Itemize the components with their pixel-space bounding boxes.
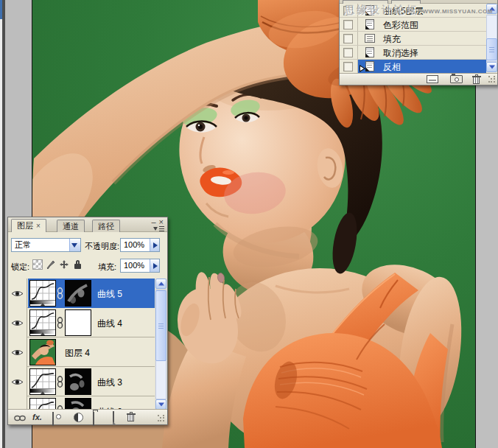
layer-row-curves5[interactable]: 曲线 5 bbox=[8, 279, 155, 308]
history-scroll-up-button[interactable] bbox=[486, 4, 497, 14]
eye-icon bbox=[11, 349, 24, 357]
layers-scroll-up-button[interactable] bbox=[155, 279, 166, 289]
panel-menu-icon[interactable] bbox=[153, 225, 165, 232]
layer-mask-thumbnail[interactable] bbox=[65, 368, 91, 395]
current-state-triangle-icon bbox=[360, 65, 369, 72]
link-mask-icon[interactable] bbox=[57, 287, 63, 299]
history-state-row[interactable]: 色彩范围 bbox=[340, 18, 486, 32]
opacity-slider-button[interactable] bbox=[150, 239, 159, 251]
tab-close-icon[interactable]: × bbox=[36, 222, 41, 230]
layer-row-layer4[interactable]: 图层 4 bbox=[8, 337, 155, 367]
history-state-row[interactable]: 曲线5图层 bbox=[340, 4, 486, 18]
opacity-value: 100% bbox=[121, 239, 150, 251]
chevron-up-icon bbox=[489, 4, 495, 11]
layer-name: 曲线 3 bbox=[97, 377, 122, 389]
chevron-down-icon bbox=[71, 243, 77, 251]
new-document-from-state-button[interactable] bbox=[427, 75, 438, 83]
visibility-toggle[interactable] bbox=[8, 308, 27, 337]
eye-icon bbox=[11, 319, 24, 327]
visibility-toggle[interactable] bbox=[8, 279, 27, 308]
layer-mask-thumbnail[interactable] bbox=[65, 309, 91, 336]
layers-list: 曲线 5 bbox=[8, 279, 167, 410]
curves-adjustment-thumbnail[interactable] bbox=[29, 368, 56, 395]
blend-mode-select[interactable]: 正常 bbox=[11, 238, 81, 252]
blend-mode-value: 正常 bbox=[12, 239, 69, 251]
visibility-toggle[interactable] bbox=[8, 367, 27, 396]
panel-resize-grip[interactable] bbox=[488, 76, 496, 83]
curves-adjustment-thumbnail[interactable] bbox=[29, 280, 56, 307]
history-panel: 曲线5图层 色彩范围 填充 取消选择 反相 bbox=[339, 0, 498, 85]
history-state-label: 填充 bbox=[383, 33, 401, 46]
history-state-label: 取消选择 bbox=[383, 47, 418, 60]
fill-state-icon bbox=[365, 34, 375, 43]
history-state-row[interactable]: 取消选择 bbox=[340, 46, 486, 60]
chevron-up-icon bbox=[158, 279, 164, 286]
dropdown-button[interactable] bbox=[69, 239, 80, 251]
history-source-well[interactable] bbox=[343, 34, 353, 43]
lock-transparency-icon[interactable] bbox=[32, 259, 43, 270]
history-state-label: 曲线5图层 bbox=[383, 5, 424, 18]
tab-channels[interactable]: 通道 bbox=[57, 220, 85, 232]
lock-pixels-brush-icon[interactable] bbox=[46, 259, 56, 270]
photoshop-workspace: 曲线5图层 色彩范围 填充 取消选择 反相 bbox=[0, 0, 498, 448]
history-state-icon bbox=[365, 61, 374, 71]
history-scroll-down-button[interactable] bbox=[486, 62, 497, 72]
history-state-icon bbox=[365, 47, 374, 57]
layers-panel-tabbar: 图层× 通道 路径 –× bbox=[8, 217, 167, 232]
new-snapshot-button[interactable] bbox=[450, 75, 463, 83]
layer-row-curves3[interactable]: 曲线 3 bbox=[8, 367, 155, 396]
lock-position-icon[interactable] bbox=[59, 259, 69, 270]
eye-icon bbox=[11, 290, 24, 298]
layers-panel: 图层× 通道 路径 –× 正常 不透明度: 100% 锁定: bbox=[7, 217, 168, 425]
history-source-well[interactable] bbox=[343, 48, 353, 57]
layer-row-curves4[interactable]: 曲线 4 bbox=[8, 308, 155, 337]
history-state-icon bbox=[365, 19, 374, 29]
layer-name: 图层 4 bbox=[65, 347, 90, 360]
delete-layer-icon[interactable] bbox=[127, 413, 136, 422]
history-state-label: 反相 bbox=[383, 61, 401, 74]
history-state-label: 色彩范围 bbox=[383, 19, 418, 32]
fill-field[interactable]: 100% bbox=[120, 259, 160, 273]
layer-name: 曲线 4 bbox=[97, 318, 122, 330]
link-layers-icon[interactable] bbox=[14, 415, 27, 421]
blend-opacity-row: 正常 不透明度: 100% bbox=[8, 238, 167, 254]
fill-value: 100% bbox=[121, 259, 150, 272]
link-mask-icon[interactable] bbox=[57, 317, 63, 329]
add-layer-mask-icon[interactable] bbox=[52, 412, 54, 426]
layers-scrollbar-thumb[interactable] bbox=[155, 290, 166, 361]
arrow-right-icon bbox=[153, 242, 161, 248]
fill-slider-button[interactable] bbox=[150, 259, 159, 272]
tab-paths[interactable]: 路径 bbox=[92, 220, 120, 232]
panel-resize-grip[interactable] bbox=[158, 415, 165, 422]
lock-all-icon[interactable] bbox=[73, 259, 83, 270]
history-panel-footer bbox=[340, 73, 497, 85]
lock-label: 锁定: bbox=[11, 262, 29, 273]
eye-icon bbox=[11, 378, 24, 386]
history-scrollbar-thumb[interactable] bbox=[486, 38, 497, 60]
visibility-toggle[interactable] bbox=[8, 337, 27, 367]
photo-layer-thumbnail[interactable] bbox=[29, 339, 56, 365]
new-group-icon[interactable] bbox=[93, 412, 94, 426]
adjustment-layer-icon[interactable] bbox=[74, 413, 83, 422]
arrow-right-icon bbox=[153, 263, 161, 269]
chevron-down-icon bbox=[489, 65, 495, 71]
history-source-well[interactable] bbox=[343, 62, 353, 71]
history-state-row[interactable]: 填充 bbox=[340, 32, 486, 46]
history-source-well[interactable] bbox=[343, 6, 353, 15]
tab-layers[interactable]: 图层× bbox=[11, 219, 46, 232]
lock-fill-row: 锁定: 填充: 100% bbox=[8, 259, 167, 275]
history-source-well[interactable] bbox=[343, 20, 353, 29]
layer-style-icon[interactable]: fx. bbox=[32, 413, 42, 422]
history-state-row-selected[interactable]: 反相 bbox=[340, 60, 486, 74]
curves-adjustment-thumbnail[interactable] bbox=[29, 309, 56, 336]
layers-scroll-down-button[interactable] bbox=[155, 399, 166, 410]
link-mask-icon[interactable] bbox=[57, 376, 63, 388]
opacity-field[interactable]: 100% bbox=[120, 238, 160, 252]
fill-label: 填充: bbox=[98, 262, 116, 273]
layer-mask-thumbnail[interactable] bbox=[65, 280, 91, 307]
history-states-list: 曲线5图层 色彩范围 填充 取消选择 反相 bbox=[340, 4, 486, 74]
new-layer-icon[interactable] bbox=[113, 411, 114, 425]
opacity-label: 不透明度: bbox=[85, 241, 119, 252]
layers-panel-footer: fx. bbox=[8, 409, 167, 424]
history-state-icon bbox=[365, 5, 374, 15]
